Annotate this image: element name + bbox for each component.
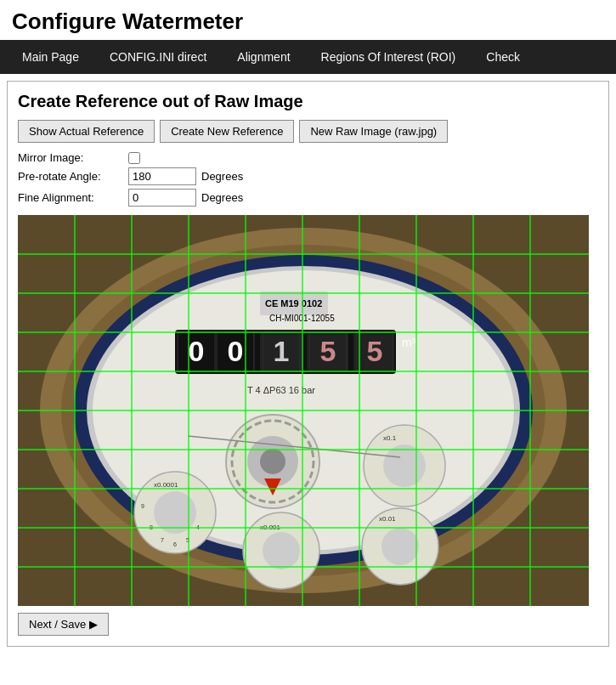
fine-align-unit: Degrees (201, 191, 243, 204)
svg-point-27 (260, 449, 285, 474)
nav-roi[interactable]: Regions Of Interest (ROI) (306, 40, 472, 74)
meter-image-container: CE M19 0102 CH-MI001-12055 0 0 1 5 5 m³ (18, 215, 589, 606)
section-title: Create Reference out of Raw Image (18, 92, 598, 111)
nav-check[interactable]: Check (471, 40, 535, 74)
svg-text:6: 6 (173, 541, 177, 547)
nav-main-page[interactable]: Main Page (7, 40, 94, 74)
svg-text:4: 4 (196, 524, 200, 530)
svg-text:T  4   ΔP63   16 bar: T 4 ΔP63 16 bar (247, 385, 315, 395)
content-area: Create Reference out of Raw Image Show A… (7, 81, 609, 647)
next-save-button[interactable]: Next / Save ▶ (18, 613, 109, 636)
svg-rect-16 (348, 332, 354, 371)
nav-config-ini[interactable]: CONFIG.INI direct (94, 40, 222, 74)
svg-text:5: 5 (186, 537, 189, 543)
svg-text:x0.01: x0.01 (379, 515, 396, 523)
svg-point-44 (381, 528, 419, 565)
svg-text:x0.1: x0.1 (383, 434, 397, 442)
new-raw-button[interactable]: New Raw Image (raw.jpg) (299, 120, 448, 143)
svg-text:5: 5 (367, 335, 383, 367)
svg-text:0: 0 (189, 335, 205, 367)
svg-text:1: 1 (274, 335, 290, 367)
fine-align-input[interactable] (128, 189, 196, 207)
bottom-row: Next / Save ▶ (18, 613, 598, 636)
show-actual-button[interactable]: Show Actual Reference (18, 120, 155, 143)
svg-point-41 (263, 532, 300, 569)
svg-text:m³: m³ (402, 336, 416, 349)
svg-text:x0.0001: x0.0001 (154, 481, 178, 489)
navbar: Main Page CONFIG.INI direct Alignment Re… (0, 40, 616, 74)
mirror-label: Mirror Image: (18, 151, 128, 164)
svg-text:x0.001: x0.001 (260, 524, 281, 531)
fine-align-label: Fine Alignment: (18, 191, 128, 204)
svg-point-38 (383, 444, 426, 487)
svg-text:CE M19 0102: CE M19 0102 (265, 298, 322, 309)
svg-point-35 (154, 491, 196, 534)
svg-text:9: 9 (141, 503, 144, 509)
meter-image: CE M19 0102 CH-MI001-12055 0 0 1 5 5 m³ (18, 215, 589, 606)
svg-text:8: 8 (150, 524, 153, 530)
nav-alignment[interactable]: Alignment (222, 40, 305, 74)
page-title: Configure Watermeter (0, 0, 616, 40)
prerotate-input[interactable] (128, 167, 196, 185)
mirror-checkbox[interactable] (128, 152, 140, 164)
prerotate-unit: Degrees (201, 170, 243, 183)
svg-text:0: 0 (228, 335, 244, 367)
svg-text:7: 7 (161, 537, 164, 543)
svg-rect-14 (301, 332, 308, 371)
fine-align-row: Fine Alignment: Degrees (18, 189, 598, 207)
create-new-button[interactable]: Create New Reference (160, 120, 294, 143)
mirror-row: Mirror Image: (18, 151, 598, 164)
svg-rect-12 (254, 332, 261, 371)
svg-text:CH-MI001-12055: CH-MI001-12055 (269, 314, 335, 323)
svg-text:5: 5 (320, 335, 336, 367)
prerotate-label: Pre-rotate Angle: (18, 170, 128, 183)
buttons-row: Show Actual Reference Create New Referen… (18, 120, 598, 143)
prerotate-row: Pre-rotate Angle: Degrees (18, 167, 598, 185)
